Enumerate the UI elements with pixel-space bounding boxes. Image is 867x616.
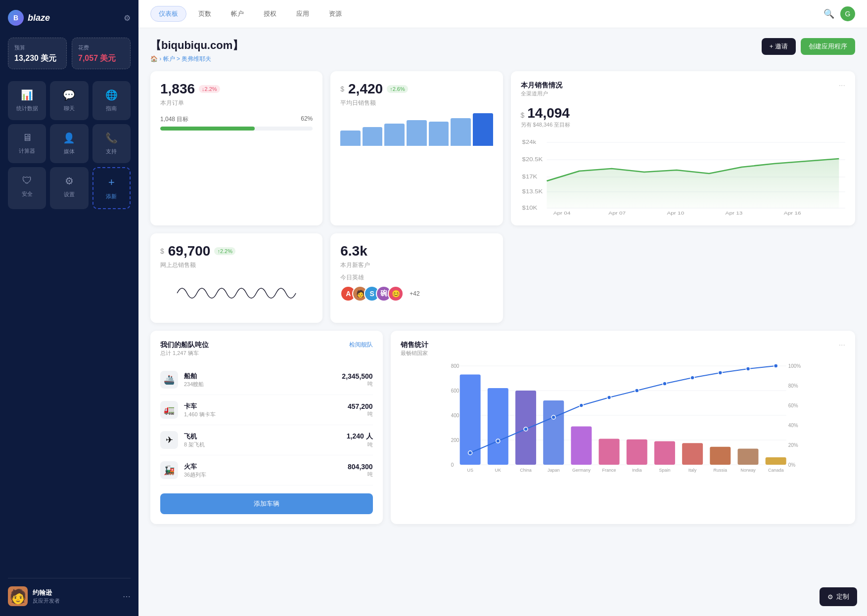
sidebar-item-calculator[interactable]: 🖥 计算器: [8, 124, 46, 163]
page-header: 【biqubiqu.com】 🏠 › 帐户 > 奥弗维耶夫 + 邀请 创建应用程…: [150, 38, 855, 63]
svg-text:Apr 10: Apr 10: [667, 210, 684, 215]
sidebar: B blaze ⚙ 预算 13,230 美元 花费 7,057 美元 📊 统计数…: [0, 0, 138, 616]
svg-text:200: 200: [451, 438, 459, 443]
total-prefix: $: [160, 247, 164, 255]
user-info: 约翰逊 反应开发者: [33, 588, 118, 605]
truck-name: 卡车: [184, 402, 342, 411]
customize-button[interactable]: ⚙ 定制: [820, 587, 857, 606]
user-avatar: 🧑: [8, 586, 28, 606]
sidebar-item-settings[interactable]: ⚙ 设置: [50, 167, 88, 209]
tab-apps[interactable]: 应用: [288, 6, 317, 22]
total-badge: ↑2.2%: [214, 247, 235, 255]
plane-info: 飞机 8 架飞机: [184, 432, 341, 448]
sales-stats-more[interactable]: ···: [839, 341, 845, 357]
search-icon[interactable]: 🔍: [823, 8, 834, 19]
sidebar-item-security[interactable]: 🛡 安全: [8, 167, 46, 209]
sidebar-item-guide[interactable]: 🌐 指南: [92, 81, 131, 120]
svg-text:$20.5K: $20.5K: [522, 157, 543, 162]
sidebar-item-chat[interactable]: 💬 聊天: [50, 81, 88, 120]
add-vehicle-button[interactable]: 添加车辆: [160, 493, 373, 514]
nav-actions: 🔍 G: [823, 6, 855, 21]
user-profile: 🧑 约翰逊 反应开发者 ⋯: [8, 578, 131, 606]
tab-dashboard[interactable]: 仪表板: [150, 6, 186, 22]
ship-info: 船舶 234艘船: [184, 372, 336, 388]
progress-fill: [160, 127, 255, 131]
avg-prefix: $: [340, 85, 344, 93]
svg-text:400: 400: [451, 413, 459, 418]
bar-1: [340, 131, 361, 146]
top-nav: 仪表板 页数 帐户 授权 应用 资源 🔍 G: [138, 0, 867, 28]
svg-text:Russia: Russia: [713, 468, 727, 473]
tab-resources[interactable]: 资源: [321, 6, 350, 22]
guide-label: 指南: [106, 105, 117, 112]
svg-rect-41: [598, 439, 619, 465]
sidebar-item-add-new[interactable]: + 添新: [92, 167, 131, 209]
truck-count: 1,460 辆卡车: [184, 411, 342, 418]
sales-stats-card: 销售统计 最畅销国家 ··· 8006004002000100%80%60%40…: [391, 331, 855, 524]
budget-label: 预算: [14, 44, 60, 51]
nav-tabs: 仪表板 页数 帐户 授权 应用 资源: [150, 6, 350, 22]
tab-pages[interactable]: 页数: [190, 6, 219, 22]
fleet-link[interactable]: 检阅舰队: [349, 341, 373, 349]
tab-auth[interactable]: 授权: [256, 6, 284, 22]
svg-point-63: [690, 376, 694, 380]
sidebar-item-media[interactable]: 👤 媒体: [50, 124, 88, 163]
hero-count: +42: [410, 290, 419, 297]
bar-7: [473, 113, 493, 146]
sales-stats-title: 销售统计: [401, 341, 428, 350]
logo-text: blaze: [28, 13, 50, 23]
plane-unit: 吨: [347, 441, 373, 448]
sales-stats-header: 销售统计 最畅销国家 ···: [401, 341, 845, 357]
nav-user-avatar[interactable]: G: [840, 6, 855, 21]
security-label: 安全: [22, 190, 33, 198]
settings-icon[interactable]: ⚙: [124, 13, 131, 23]
svg-text:Apr 13: Apr 13: [725, 210, 742, 215]
avg-sales-card: $ 2,420 ↑2.6% 平均日销售额: [330, 71, 502, 225]
fleet-title: 我们的船队吨位: [160, 341, 209, 350]
header-actions: + 邀请 创建应用程序: [762, 38, 855, 55]
heroes-avatars: A 🧑 S 碗 😊 +42: [340, 286, 493, 302]
svg-rect-37: [543, 400, 564, 465]
add-label: 添新: [106, 193, 117, 200]
sidebar-item-support[interactable]: 📞 支持: [92, 124, 131, 163]
invite-button[interactable]: + 邀请: [762, 38, 796, 55]
svg-text:Apr 07: Apr 07: [608, 210, 626, 215]
add-icon: +: [108, 176, 115, 189]
page-title-section: 【biqubiqu.com】 🏠 › 帐户 > 奥弗维耶夫: [150, 38, 243, 63]
breadcrumb-home[interactable]: 🏠: [150, 55, 158, 62]
more-icon[interactable]: ···: [839, 81, 845, 90]
svg-point-65: [746, 367, 750, 371]
svg-point-57: [524, 427, 528, 431]
user-menu-icon[interactable]: ⋯: [123, 592, 131, 601]
hero-5: 😊: [388, 286, 404, 302]
avg-badge: ↑2.6%: [387, 85, 408, 93]
tab-accounts[interactable]: 帐户: [223, 6, 252, 22]
fleet-header: 我们的船队吨位 总计 1,247 辆车 检阅舰队: [160, 341, 373, 357]
expense-label: 花费: [78, 44, 124, 51]
svg-point-59: [579, 403, 583, 407]
sales-prefix: $: [521, 111, 525, 119]
ship-count: 234艘船: [184, 381, 336, 388]
truck-value: 457,200 吨: [348, 402, 373, 418]
orders-label: 本月订单: [160, 99, 313, 107]
ship-value: 2,345,500 吨: [342, 372, 372, 388]
svg-text:China: China: [520, 468, 532, 473]
create-button[interactable]: 创建应用程序: [801, 38, 855, 55]
logo-icon: B: [8, 10, 24, 26]
svg-text:40%: 40%: [788, 423, 798, 428]
stats-row-1: 1,836 ↓2.2% 本月订单 1,048 目标 62% $: [150, 71, 855, 225]
sales-header: 本月销售情况 全渠道用户 ···: [521, 81, 846, 97]
sidebar-item-statistics[interactable]: 📊 统计数据: [8, 81, 46, 120]
user-role: 反应开发者: [33, 597, 118, 605]
svg-rect-47: [682, 443, 703, 465]
svg-text:Apr 04: Apr 04: [553, 210, 570, 215]
svg-text:Italy: Italy: [688, 468, 697, 473]
sales-stats-subtitle: 最畅销国家: [401, 350, 428, 357]
train-icon: 🚂: [160, 461, 178, 479]
svg-point-55: [468, 451, 472, 455]
svg-text:Germany: Germany: [572, 468, 591, 473]
progress-bar: [160, 127, 313, 131]
train-unit: 吨: [348, 471, 373, 478]
sales-amount-row: $ 14,094: [521, 101, 846, 121]
breadcrumb: 🏠 › 帐户 > 奥弗维耶夫: [150, 55, 243, 63]
